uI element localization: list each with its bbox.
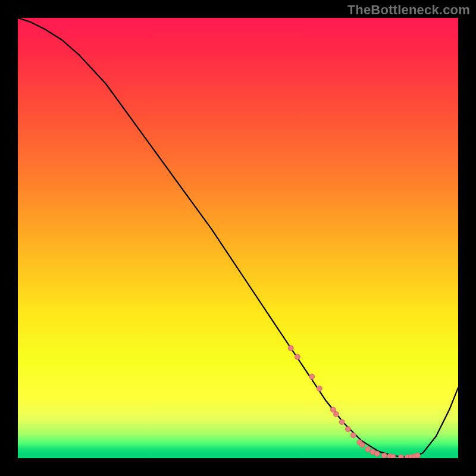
marker-dot	[365, 447, 371, 452]
marker-dot	[295, 354, 300, 359]
marker-dot	[374, 451, 380, 456]
watermark-text: TheBottleneck.com	[347, 2, 470, 18]
marker-group	[288, 345, 420, 458]
marker-dot	[339, 419, 345, 425]
marker-dot	[381, 453, 387, 458]
marker-dot	[333, 411, 339, 416]
marker-dot	[350, 433, 356, 438]
marker-dot	[390, 454, 396, 458]
marker-dot	[309, 374, 315, 380]
marker-dot	[288, 345, 293, 350]
marker-dot	[317, 386, 322, 391]
marker-dot	[359, 442, 365, 447]
marker-dot	[345, 427, 350, 432]
curve-path	[18, 18, 458, 458]
plot-area	[18, 18, 458, 458]
chart-frame: TheBottleneck.com	[0, 0, 476, 476]
marker-dot	[398, 455, 403, 458]
marker-dot	[415, 453, 420, 458]
chart-overlay	[18, 18, 458, 458]
